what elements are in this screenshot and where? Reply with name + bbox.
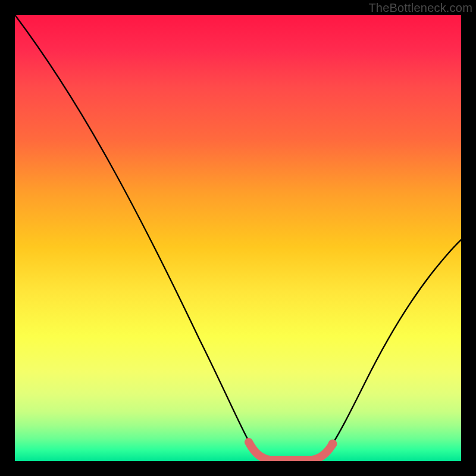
curve-layer [15, 15, 461, 461]
plot-area [15, 15, 461, 461]
watermark-label: TheBottleneck.com [368, 1, 472, 15]
highlight-band [249, 442, 332, 460]
bottleneck-curve [15, 15, 461, 460]
highlight-end-dot [328, 440, 337, 449]
chart-frame: TheBottleneck.com [0, 0, 476, 476]
